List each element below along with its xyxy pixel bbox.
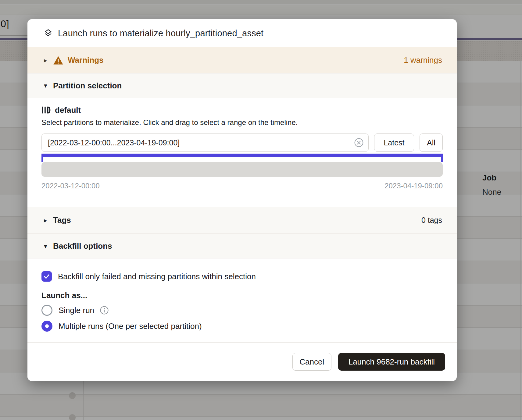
clear-input-icon[interactable] xyxy=(354,138,364,148)
warning-icon xyxy=(53,56,63,65)
backfill-only-failed-checkbox[interactable] xyxy=(41,271,52,282)
backfill-options-body: Backfill only failed and missing partiti… xyxy=(27,258,457,342)
single-run-radio[interactable] xyxy=(41,305,52,316)
timeline-date-labels: 2022-03-12-00:00 2023-04-19-09:00 xyxy=(41,182,443,190)
warnings-count: 1 warnings xyxy=(404,55,442,65)
partition-range-input[interactable] xyxy=(41,133,369,152)
warnings-label: Warnings xyxy=(68,55,103,65)
multiple-runs-label: Multiple runs (One per selected partitio… xyxy=(59,322,202,331)
tags-count: 0 tags xyxy=(421,216,442,225)
partition-dimension-name: default xyxy=(55,105,81,115)
warnings-section-header[interactable]: Warnings 1 warnings xyxy=(27,47,457,73)
partition-selection-description: Select partitions to materialize. Click … xyxy=(41,118,443,127)
partition-timeline[interactable] xyxy=(41,162,443,177)
latest-button[interactable]: Latest xyxy=(374,133,414,152)
partition-selection-label: Partition selection xyxy=(53,81,122,91)
partition-selection-section-header[interactable]: Partition selection xyxy=(27,73,457,98)
tags-section-header[interactable]: Tags 0 tags xyxy=(27,207,457,234)
launch-as-label: Launch as... xyxy=(41,291,443,301)
partition-range-controls: Latest All xyxy=(41,133,443,152)
partition-selection-bar[interactable] xyxy=(41,154,443,157)
backfill-only-failed-row: Backfill only failed and missing partiti… xyxy=(41,271,443,282)
dialog-title: Launch runs to materialize hourly_partit… xyxy=(58,28,263,38)
dialog-footer: Cancel Launch 9682-run backfill xyxy=(27,342,457,381)
tags-label: Tags xyxy=(53,215,71,225)
backfill-options-label: Backfill options xyxy=(53,241,112,251)
chevron-right-icon xyxy=(44,57,53,64)
all-button[interactable]: All xyxy=(420,133,443,152)
multiple-runs-option: Multiple runs (One per selected partitio… xyxy=(41,320,443,332)
multiple-runs-radio[interactable] xyxy=(41,321,52,332)
backfill-only-failed-label: Backfill only failed and missing partiti… xyxy=(58,272,256,281)
dialog-header: Launch runs to materialize hourly_partit… xyxy=(27,19,457,47)
partition-selection-body: default Select partitions to materialize… xyxy=(27,98,457,207)
partition-dimension-row: default xyxy=(41,104,443,116)
launch-backfill-button[interactable]: Launch 9682-run backfill xyxy=(338,353,445,371)
info-icon[interactable] xyxy=(100,306,109,315)
chevron-down-icon xyxy=(44,82,53,89)
partition-set-icon xyxy=(41,106,51,114)
timeline-end-label: 2023-04-19-09:00 xyxy=(384,182,443,190)
single-run-label: Single run xyxy=(59,306,94,315)
timeline-start-label: 2022-03-12-00:00 xyxy=(41,182,100,190)
cancel-button[interactable]: Cancel xyxy=(292,353,331,371)
partition-range-input-wrap xyxy=(41,133,369,152)
backfill-options-section-header[interactable]: Backfill options xyxy=(27,234,457,258)
single-run-option: Single run xyxy=(41,304,443,316)
chevron-right-icon xyxy=(44,217,53,224)
layers-icon xyxy=(43,28,53,38)
launch-backfill-dialog: Launch runs to materialize hourly_partit… xyxy=(27,19,457,381)
chevron-down-icon xyxy=(44,243,53,250)
